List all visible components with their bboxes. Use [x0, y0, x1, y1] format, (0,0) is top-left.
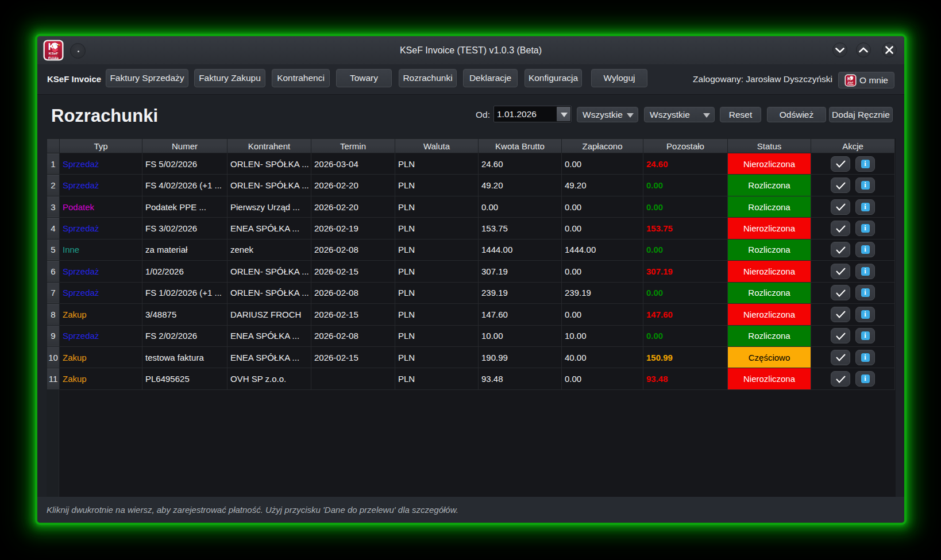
svg-text:Polska: Polska: [847, 83, 854, 86]
